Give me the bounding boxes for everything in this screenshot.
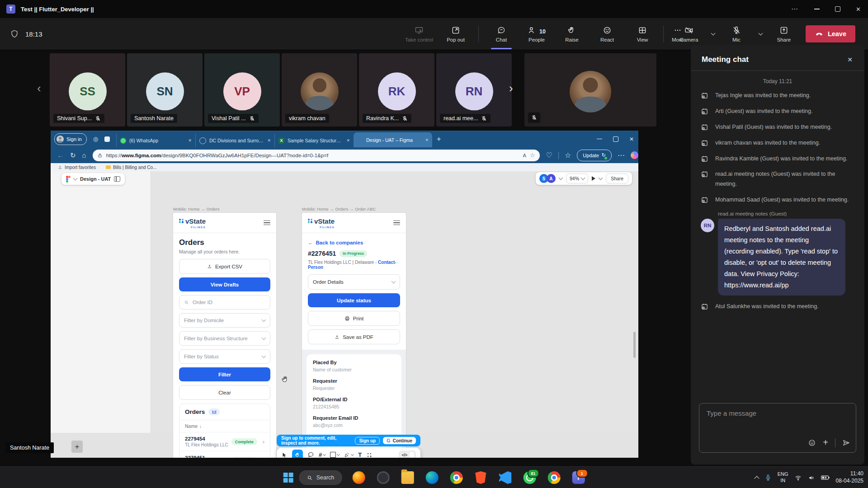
url-field[interactable]: https://www.figma.com/design/9BKQ0FOHRWa… bbox=[93, 150, 540, 161]
layers-icon[interactable] bbox=[114, 176, 120, 182]
participant-tile[interactable]: RN read.ai mee... bbox=[436, 53, 512, 127]
send-icon[interactable] bbox=[842, 439, 850, 447]
comment-tool-icon[interactable] bbox=[307, 451, 314, 458]
tab-close-icon[interactable]: ✕ bbox=[188, 138, 192, 143]
start-button[interactable] bbox=[283, 473, 293, 483]
taskbar-app-icon[interactable] bbox=[499, 471, 511, 484]
camera-button[interactable]: Camera bbox=[673, 19, 705, 48]
hamburger-menu-icon[interactable] bbox=[264, 219, 270, 227]
order-id-search-input[interactable]: Order ID bbox=[179, 295, 270, 310]
order-row[interactable]: 2279451TL Flex Holdings LLC Complete › bbox=[179, 451, 270, 458]
tray-overflow-chevron-icon[interactable] bbox=[754, 476, 759, 481]
prototype-play-icon[interactable] bbox=[592, 176, 595, 181]
collaborators-chevron-icon[interactable] bbox=[559, 176, 563, 180]
favorite-star-icon[interactable]: ☆ bbox=[530, 152, 535, 159]
participant-tile[interactable] bbox=[524, 53, 656, 127]
people-button[interactable]: 10 People bbox=[520, 19, 553, 48]
camera-options-chevron-icon[interactable] bbox=[711, 31, 715, 36]
frame-tool-icon[interactable]: # bbox=[319, 451, 326, 458]
dev-mode-toggle[interactable]: </> bbox=[399, 450, 416, 458]
resources-tool-icon[interactable] bbox=[366, 452, 373, 458]
taskbar-app-icon[interactable] bbox=[450, 471, 462, 484]
print-button[interactable]: Print bbox=[308, 311, 400, 326]
tray-mic-icon[interactable] bbox=[764, 474, 772, 481]
mic-button[interactable]: Mic bbox=[720, 19, 753, 48]
battery-icon[interactable] bbox=[821, 474, 830, 481]
participant-tile[interactable]: RK Ravindra K... bbox=[359, 53, 434, 127]
figma-file-pill[interactable]: Design - UAT bbox=[61, 173, 125, 185]
figma-frame-orders[interactable]: vStateFILINGS Orders Manage all your ord… bbox=[173, 213, 276, 458]
mic-options-chevron-icon[interactable] bbox=[758, 31, 763, 36]
play-options-chevron-icon[interactable] bbox=[599, 176, 603, 180]
window-more-icon[interactable]: ⋯ bbox=[791, 5, 799, 13]
zoom-plus-button[interactable]: + bbox=[71, 441, 83, 453]
filter-dropdown[interactable]: Filter by Domicile bbox=[179, 313, 270, 328]
shape-tool-icon[interactable] bbox=[330, 452, 340, 458]
participant-tile[interactable]: VP Vishal Patil ... bbox=[204, 53, 280, 127]
attach-plus-icon[interactable]: + bbox=[823, 437, 828, 448]
save-as-pdf-button[interactable]: Save as PDF bbox=[308, 329, 400, 344]
tab-close-icon[interactable]: ✕ bbox=[346, 138, 350, 143]
filmstrip-scroll-left-icon[interactable]: ‹ bbox=[37, 82, 41, 94]
browser-tab[interactable]: DC Divisions and Surroundings ✕ bbox=[195, 134, 274, 147]
copilot-icon[interactable] bbox=[631, 151, 638, 159]
zoom-level-dropdown[interactable]: 94% bbox=[566, 174, 588, 183]
back-icon[interactable]: ← bbox=[57, 151, 64, 159]
browser-essentials-icon[interactable]: ♡ bbox=[546, 151, 552, 160]
volume-icon[interactable] bbox=[808, 474, 815, 481]
collections-icon[interactable]: ☆ bbox=[565, 151, 571, 160]
taskbar-app-icon[interactable] bbox=[352, 471, 365, 484]
hand-tool-icon[interactable] bbox=[292, 450, 303, 458]
pop-out-button[interactable]: Pop out bbox=[439, 19, 472, 48]
figma-share-button[interactable]: Share bbox=[606, 174, 628, 183]
chat-message-list[interactable]: Today 11:21 Tejas Ingle was invited to t… bbox=[691, 71, 864, 397]
browser-tab[interactable]: (6) WhatsApp ✕ bbox=[116, 134, 195, 147]
chat-button[interactable]: Chat bbox=[485, 19, 518, 48]
taskbar-app-icon[interactable] bbox=[425, 471, 438, 484]
window-maximize-button[interactable] bbox=[835, 6, 840, 12]
browser-signin-button[interactable]: Sign in bbox=[54, 133, 87, 145]
tab-close-icon[interactable]: ✕ bbox=[267, 138, 271, 143]
google-continue-button[interactable]: GContinue bbox=[383, 437, 416, 444]
order-details-dropdown[interactable]: Order Details bbox=[308, 274, 400, 290]
pen-tool-icon[interactable] bbox=[344, 452, 354, 458]
taskbar-app-icon[interactable] bbox=[474, 471, 487, 484]
home-icon[interactable]: ⌂ bbox=[82, 151, 86, 159]
taskbar-app-icon[interactable]: 1 bbox=[572, 471, 585, 484]
workspaces-icon[interactable]: ◎ bbox=[93, 136, 98, 142]
browser-menu-icon[interactable]: ⋯ bbox=[618, 151, 625, 160]
react-button[interactable]: React bbox=[591, 19, 623, 48]
browser-update-button[interactable]: Update ↻ bbox=[577, 150, 612, 161]
read-aloud-icon[interactable]: A bbox=[523, 153, 526, 158]
tab-close-icon[interactable]: ✕ bbox=[425, 138, 429, 142]
move-tool-icon[interactable] bbox=[281, 452, 288, 458]
taskbar-search-box[interactable]: Search bbox=[299, 470, 342, 485]
participant-tile[interactable]: SN Santosh Narate bbox=[127, 53, 203, 127]
canvas-scrollbar[interactable] bbox=[633, 332, 636, 358]
emoji-icon[interactable] bbox=[808, 439, 816, 447]
chat-message-input[interactable]: Type a message + bbox=[699, 403, 856, 453]
leave-button[interactable]: Leave bbox=[806, 25, 855, 42]
figma-frame-order-detail[interactable]: vStateFILINGS ←Back to companies #227645… bbox=[302, 213, 406, 458]
taskbar-app-icon[interactable] bbox=[547, 471, 560, 484]
share-button[interactable]: Share bbox=[768, 19, 800, 48]
refresh-icon[interactable]: ↻ bbox=[70, 151, 76, 160]
taskbar-app-icon[interactable] bbox=[401, 471, 414, 484]
taskbar-clock[interactable]: 11:4008-04-2025 bbox=[836, 470, 863, 484]
view-drafts-button[interactable]: View Drafts bbox=[179, 277, 270, 291]
participant-tile[interactable]: SS Shivani Sup... bbox=[50, 53, 125, 127]
update-status-button[interactable]: Update status bbox=[308, 293, 400, 307]
text-tool-icon[interactable]: T bbox=[358, 451, 362, 458]
figma-sign-up-button[interactable]: Sign up bbox=[355, 437, 380, 445]
filter-button[interactable]: Filter bbox=[179, 367, 270, 381]
name-column-header[interactable]: Name↓ bbox=[179, 420, 270, 432]
wifi-icon[interactable] bbox=[794, 474, 802, 481]
order-row[interactable]: 2279454TL Flex Holdings LLC Complete › bbox=[179, 432, 270, 451]
back-to-companies-link[interactable]: ←Back to companies bbox=[308, 240, 400, 245]
participant-tile[interactable]: vikram chavan bbox=[282, 53, 357, 127]
browser-tab[interactable]: Sample Salary Structure with calc ✕ bbox=[274, 134, 354, 147]
hamburger-menu-icon[interactable] bbox=[393, 219, 400, 227]
tab-actions-icon[interactable] bbox=[104, 136, 110, 142]
take-control-button[interactable]: Take control bbox=[401, 19, 437, 48]
browser-maximize-button[interactable] bbox=[613, 136, 618, 142]
